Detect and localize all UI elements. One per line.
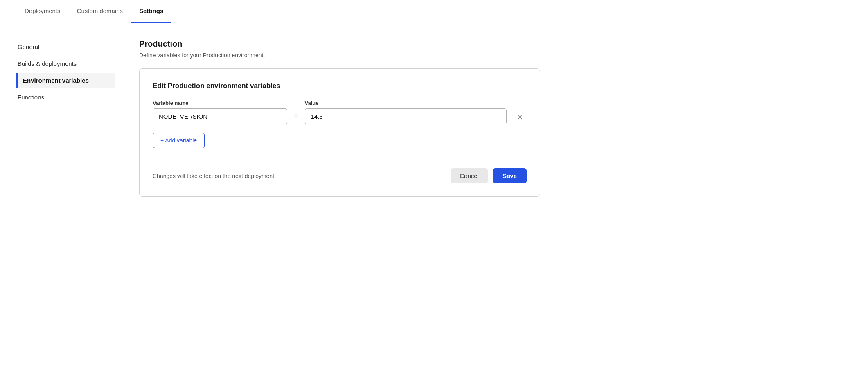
section-subtitle: Define variables for your Production env… — [139, 52, 540, 59]
add-variable-button[interactable]: + Add variable — [153, 133, 205, 148]
tab-custom-domains[interactable]: Custom domains — [69, 0, 131, 23]
value-field-group: Value — [305, 100, 507, 124]
value-input[interactable] — [305, 108, 507, 124]
tab-navigation: Deployments Custom domains Settings — [0, 0, 868, 23]
variable-row: Variable name = Value ✕ — [153, 100, 527, 124]
sidebar-item-general[interactable]: General — [16, 39, 115, 54]
main-layout: General Builds & deployments Environment… — [0, 23, 868, 388]
section-title: Production — [139, 39, 540, 49]
cancel-button[interactable]: Cancel — [451, 168, 488, 183]
sidebar: General Builds & deployments Environment… — [0, 23, 115, 388]
sidebar-item-functions[interactable]: Functions — [16, 90, 115, 105]
equals-sign: = — [294, 112, 298, 124]
content-area: Production Define variables for your Pro… — [115, 23, 565, 388]
variable-name-label: Variable name — [153, 100, 287, 106]
sidebar-item-builds-deployments[interactable]: Builds & deployments — [16, 56, 115, 71]
edit-card-title: Edit Production environment variables — [153, 82, 527, 90]
value-label: Value — [305, 100, 507, 106]
delete-variable-button[interactable]: ✕ — [513, 113, 527, 124]
tab-settings[interactable]: Settings — [131, 0, 171, 23]
footer-note: Changes will take effect on the next dep… — [153, 173, 276, 179]
card-divider — [153, 158, 527, 158]
save-button[interactable]: Save — [493, 168, 527, 183]
footer-actions: Cancel Save — [451, 168, 527, 183]
card-footer: Changes will take effect on the next dep… — [153, 168, 527, 183]
tab-deployments[interactable]: Deployments — [16, 0, 69, 23]
sidebar-item-environment-variables[interactable]: Environment variables — [16, 73, 115, 88]
edit-card: Edit Production environment variables Va… — [139, 68, 540, 197]
variable-name-input[interactable] — [153, 108, 287, 124]
variable-name-field-group: Variable name — [153, 100, 287, 124]
